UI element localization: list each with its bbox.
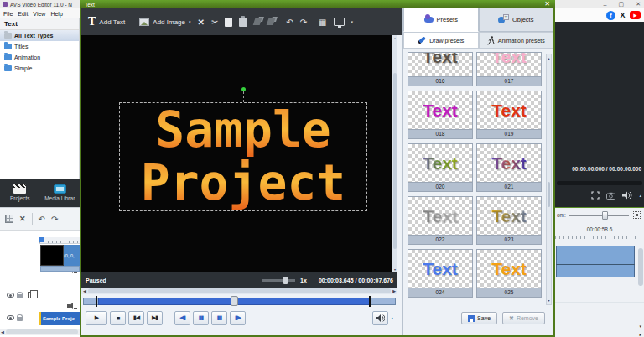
previous-frame-button[interactable]: ▮◀ bbox=[128, 311, 144, 325]
maximize-button[interactable]: ▢ bbox=[619, 1, 625, 8]
tab-presets[interactable]: Presets bbox=[403, 8, 479, 32]
preset-thumbnail[interactable]: Text bbox=[476, 52, 542, 77]
volume-button[interactable] bbox=[372, 311, 388, 325]
right-ruler[interactable] bbox=[555, 235, 637, 239]
remove-button[interactable]: ✖ Remove bbox=[502, 312, 545, 324]
scroll-left-arrow[interactable]: ◀ bbox=[0, 329, 4, 334]
copy-button[interactable] bbox=[225, 18, 232, 27]
send-backward-button[interactable] bbox=[267, 18, 274, 25]
nav-tab-projects[interactable]: Projects bbox=[0, 179, 40, 207]
preset-scrollbar[interactable]: ▴ ▾ bbox=[546, 54, 552, 305]
save-button[interactable]: Save bbox=[461, 312, 497, 324]
chevron-down-icon[interactable]: ▾ bbox=[189, 19, 191, 24]
youtube-icon[interactable]: ▶ bbox=[630, 11, 641, 19]
scroll-left-arrow[interactable]: ◀ bbox=[83, 288, 86, 293]
right-timeline-clip[interactable] bbox=[556, 246, 635, 277]
expand-timeline-icon[interactable] bbox=[633, 211, 641, 219]
speed-slider-thumb[interactable] bbox=[283, 277, 288, 284]
chevron-down-icon[interactable]: ▾ bbox=[351, 19, 354, 24]
preset-thumbnail[interactable]: Text bbox=[476, 249, 542, 288]
menu-file[interactable]: File bbox=[3, 11, 13, 17]
video-clip-thumbnail[interactable] bbox=[40, 245, 64, 266]
text-clip[interactable]: Sample Proje bbox=[39, 312, 80, 325]
collapse-arrow[interactable]: ▾ bbox=[639, 324, 641, 329]
undo-button[interactable]: ↶ bbox=[286, 18, 293, 27]
tab-draw-presets[interactable]: Draw presets bbox=[403, 32, 479, 49]
close-button[interactable]: ✕ bbox=[636, 1, 641, 8]
scroll-up-arrow[interactable]: ▴ bbox=[392, 36, 397, 40]
sidebar-item-animation[interactable]: Animation bbox=[0, 52, 79, 63]
preset-thumbnail[interactable]: Text bbox=[408, 52, 473, 77]
previous-scene-button[interactable]: ◀▮ bbox=[174, 311, 190, 325]
paste-button[interactable] bbox=[239, 18, 247, 27]
volume-dropdown-arrow[interactable]: ▴ bbox=[639, 193, 641, 198]
x-twitter-icon[interactable]: X bbox=[618, 11, 627, 20]
undo-icon[interactable]: ↶ bbox=[39, 215, 45, 224]
split-left-button[interactable]: ▮▮ bbox=[193, 311, 209, 325]
cut-button[interactable]: ✂ bbox=[211, 18, 218, 27]
preset-item-016[interactable]: Text016 bbox=[408, 52, 473, 86]
dialog-close-icon[interactable]: ✕ bbox=[544, 1, 550, 8]
sidebar-item-all-text-types[interactable]: All Text Types bbox=[0, 30, 79, 41]
menu-edit[interactable]: Edit bbox=[18, 11, 28, 17]
sidebar-item-titles[interactable]: Titles bbox=[0, 41, 79, 52]
preview-text-line1[interactable]: Sample bbox=[155, 104, 331, 157]
preset-thumbnail[interactable]: Text bbox=[476, 91, 542, 130]
color-clip[interactable]: (0, 0, bbox=[64, 245, 80, 266]
fit-screen-icon[interactable] bbox=[591, 191, 600, 200]
lock-icon[interactable] bbox=[17, 317, 23, 321]
add-text-button[interactable]: T Add Text bbox=[88, 15, 125, 29]
preset-thumbnail[interactable]: Text bbox=[408, 91, 473, 130]
delete-clip-icon[interactable]: ✕ bbox=[19, 215, 26, 223]
main-seek-bar[interactable] bbox=[557, 181, 642, 185]
preset-item-017[interactable]: Text017 bbox=[476, 52, 542, 86]
preset-item-022[interactable]: Text022 bbox=[408, 196, 473, 245]
scroll-right-arrow[interactable]: ▸ bbox=[639, 332, 641, 337]
seek-thumb[interactable] bbox=[231, 296, 238, 306]
copy-track-icon[interactable] bbox=[28, 292, 34, 298]
delete-button[interactable]: ✕ bbox=[198, 18, 205, 27]
preset-item-018[interactable]: Text018 bbox=[408, 91, 473, 139]
zoom-slider-thumb[interactable] bbox=[602, 211, 608, 220]
timeline-ruler[interactable] bbox=[39, 237, 80, 244]
nav-tab-media-library[interactable]: Media Librar bbox=[40, 179, 80, 207]
minimize-button[interactable]: – bbox=[604, 2, 607, 8]
speed-slider[interactable] bbox=[262, 279, 295, 282]
next-frame-button[interactable]: ▶▮ bbox=[147, 311, 163, 325]
timeline-vscrollbar[interactable] bbox=[638, 248, 643, 286]
timeline-hscrollbar[interactable]: ◀ bbox=[0, 329, 80, 335]
preset-item-021[interactable]: Text021 bbox=[476, 143, 542, 192]
preset-item-019[interactable]: Text019 bbox=[476, 91, 542, 139]
trim-handle-right[interactable] bbox=[367, 296, 371, 307]
menu-view[interactable]: View bbox=[33, 11, 45, 17]
preset-thumbnail[interactable]: Text bbox=[476, 196, 542, 236]
scroll-down-arrow[interactable]: ▾ bbox=[392, 267, 397, 272]
tab-animation-presets[interactable]: Animation presets bbox=[479, 32, 554, 49]
preview-vscrollbar[interactable]: ▴ ▾ bbox=[392, 35, 397, 272]
play-button[interactable]: ▶ bbox=[86, 311, 107, 325]
sidebar-item-simple[interactable]: Simple bbox=[0, 63, 79, 74]
volume-icon[interactable] bbox=[622, 191, 632, 200]
zoom-slider[interactable] bbox=[569, 215, 629, 216]
scroll-down-arrow[interactable]: ▾ bbox=[547, 298, 551, 303]
grid-button[interactable]: ▦ bbox=[319, 18, 326, 27]
preset-thumbnail[interactable]: Text bbox=[408, 143, 473, 183]
text-selection-box[interactable]: Sample Project bbox=[119, 102, 367, 211]
stop-button[interactable]: ■ bbox=[110, 311, 126, 325]
next-scene-button[interactable]: ▮▶ bbox=[230, 311, 246, 325]
monitor-button[interactable] bbox=[334, 18, 345, 26]
trim-handle-left[interactable] bbox=[96, 296, 99, 307]
preview-canvas[interactable]: Sample Project ▴ ▾ bbox=[81, 35, 397, 272]
split-right-button[interactable]: ▮▮ bbox=[211, 311, 227, 325]
menu-help[interactable]: Help bbox=[50, 11, 62, 17]
preset-item-024[interactable]: Text024 bbox=[408, 249, 473, 298]
preset-item-023[interactable]: Text023 bbox=[476, 196, 542, 245]
facebook-icon[interactable]: f bbox=[606, 11, 615, 20]
snapshot-icon[interactable] bbox=[606, 192, 615, 200]
preset-item-025[interactable]: Text025 bbox=[476, 249, 542, 298]
preset-item-020[interactable]: Text020 bbox=[408, 143, 473, 192]
preset-thumbnail[interactable]: Text bbox=[408, 249, 473, 288]
preset-thumbnail[interactable]: Text bbox=[408, 196, 473, 236]
preview-text-line2[interactable]: Project bbox=[141, 157, 345, 210]
audio-strip[interactable] bbox=[40, 266, 80, 272]
